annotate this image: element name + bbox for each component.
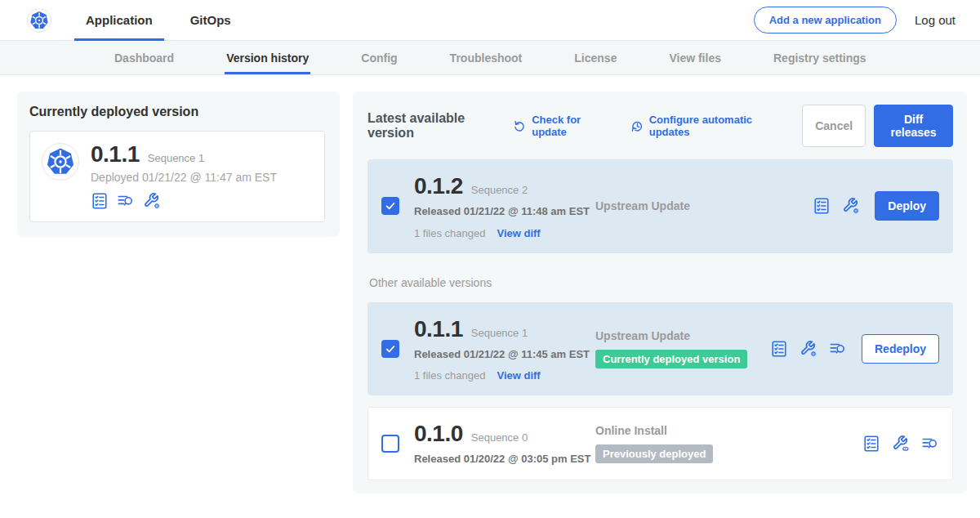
tab-gitops-label: GitOps — [190, 13, 231, 27]
tab-troubleshoot[interactable]: Troubleshoot — [448, 41, 524, 74]
check-for-update-label: Check for update — [532, 114, 609, 138]
deployed-version-number: 0.1.1 — [91, 141, 140, 167]
kubernetes-app-icon — [42, 143, 79, 181]
files-changed-label: 1 files changed — [414, 369, 485, 382]
deployed-sequence-label: Sequence 1 — [148, 152, 204, 164]
files-changed-label: 1 files changed — [414, 227, 485, 239]
deployed-version-box: 0.1.1 Sequence 1 Deployed 01/21/22 @ 11:… — [29, 131, 325, 222]
redeploy-button[interactable]: Redeploy — [862, 334, 939, 364]
tab-application-label: Application — [86, 13, 153, 27]
available-versions-pane: Latest available version Check for updat… — [353, 92, 967, 493]
tab-gitops[interactable]: GitOps — [179, 0, 243, 41]
other-available-versions-label: Other available versions — [369, 276, 953, 289]
add-new-application-button[interactable]: Add a new application — [754, 7, 897, 33]
app-sub-nav: Dashboard Version history Config Trouble… — [0, 41, 980, 75]
main-content: Currently deployed version 0.1.1 Sequenc… — [0, 75, 980, 493]
sequence-label: Sequence 0 — [471, 431, 528, 444]
version-source-label: Upstream Update — [595, 329, 770, 342]
version-row-0-1-0: 0.1.0 Sequence 0 Released 01/20/22 @ 03:… — [368, 407, 953, 480]
cancel-button[interactable]: Cancel — [802, 105, 866, 147]
version-row-0-1-2: 0.1.2 Sequence 2 Released 01/21/22 @ 11:… — [368, 159, 953, 253]
previously-deployed-badge: Previously deployed — [595, 444, 713, 463]
auto-update-clock-icon — [630, 119, 644, 133]
config-wrench-gear-icon[interactable] — [800, 340, 817, 358]
top-nav: Application GitOps Add a new application… — [0, 0, 980, 41]
config-wrench-gear-icon[interactable] — [842, 197, 860, 215]
configure-automatic-updates-label: Configure automatic updates — [649, 114, 782, 138]
tab-dashboard[interactable]: Dashboard — [113, 41, 176, 74]
config-wrench-gear-icon[interactable] — [143, 192, 161, 210]
currently-deployed-badge: Currently deployed version — [595, 350, 747, 368]
preflight-checklist-icon[interactable] — [91, 192, 109, 210]
view-diff-link[interactable]: View diff — [497, 227, 540, 239]
tab-version-history-label: Version history — [226, 51, 309, 65]
tab-registry-settings-label: Registry settings — [773, 51, 866, 65]
preflight-checklist-icon[interactable] — [770, 340, 788, 358]
released-timestamp: Released 01/21/22 @ 11:48 am EST — [414, 204, 592, 219]
released-timestamp: Released 01/20/22 @ 03:05 pm EST — [414, 452, 592, 467]
kubernetes-logo — [27, 8, 51, 33]
available-versions-header: Latest available version Check for updat… — [368, 105, 953, 147]
tab-dashboard-label: Dashboard — [114, 51, 174, 65]
released-timestamp: Released 01/21/22 @ 11:45 am EST — [414, 347, 592, 362]
currently-deployed-card: Currently deployed version 0.1.1 Sequenc… — [17, 92, 340, 237]
version-number: 0.1.1 — [414, 316, 463, 342]
tab-application[interactable]: Application — [74, 0, 164, 41]
deploy-logs-icon[interactable] — [921, 435, 939, 453]
top-nav-tabs: Application GitOps — [74, 0, 243, 41]
deploy-button[interactable]: Deploy — [875, 191, 939, 221]
version-row-0-1-1: 0.1.1 Sequence 1 Released 01/21/22 @ 11:… — [368, 302, 953, 396]
tab-config[interactable]: Config — [359, 41, 399, 74]
tab-view-files-label: View files — [669, 51, 721, 65]
version-number: 0.1.0 — [414, 421, 463, 447]
sequence-label: Sequence 2 — [471, 184, 528, 196]
version-number: 0.1.2 — [414, 173, 463, 199]
sequence-label: Sequence 1 — [471, 327, 528, 339]
tab-registry-settings[interactable]: Registry settings — [772, 41, 868, 74]
preflight-checklist-icon[interactable] — [813, 197, 831, 215]
tab-view-files[interactable]: View files — [667, 41, 723, 74]
tab-license-label: License — [574, 51, 617, 65]
tab-troubleshoot-label: Troubleshoot — [450, 51, 523, 65]
deployed-timestamp: Deployed 01/21/22 @ 11:47 am EST — [91, 171, 277, 184]
tab-version-history[interactable]: Version history — [225, 41, 310, 74]
tab-config-label: Config — [361, 51, 397, 65]
deploy-logs-icon[interactable] — [829, 340, 847, 358]
version-checkbox-0-1-1[interactable] — [381, 340, 399, 358]
diff-releases-button[interactable]: Diff releases — [874, 105, 953, 147]
latest-available-title: Latest available version — [368, 111, 501, 141]
currently-deployed-title: Currently deployed version — [29, 105, 325, 119]
version-source-label: Upstream Update — [595, 199, 813, 212]
version-checkbox-0-1-2[interactable] — [381, 197, 399, 215]
refresh-icon — [513, 119, 527, 133]
version-source-label: Online Install — [595, 424, 862, 437]
check-for-update-link[interactable]: Check for update — [513, 114, 609, 138]
view-diff-link[interactable]: View diff — [497, 369, 540, 382]
configure-automatic-updates-link[interactable]: Configure automatic updates — [630, 114, 782, 138]
logout-link[interactable]: Log out — [915, 13, 956, 27]
deploy-logs-icon[interactable] — [117, 192, 135, 210]
config-wrench-eye-icon[interactable] — [892, 435, 910, 453]
preflight-checklist-icon[interactable] — [862, 435, 880, 453]
tab-license[interactable]: License — [572, 41, 618, 74]
version-checkbox-0-1-0[interactable] — [381, 435, 399, 453]
